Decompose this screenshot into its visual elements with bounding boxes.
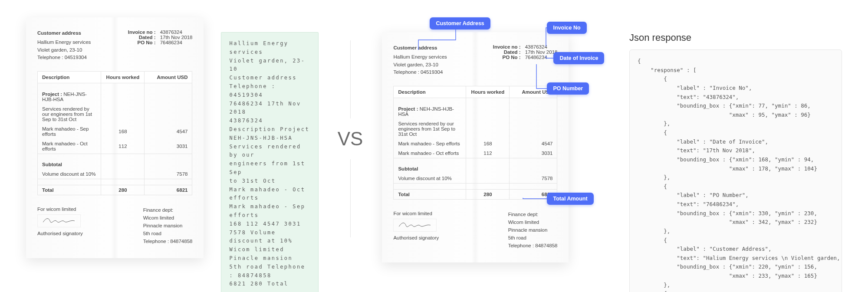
line-hours: 112 <box>466 148 510 158</box>
project-label: Project : <box>42 92 62 97</box>
finance-block: Finance dept: Wicom limited Pinnacle man… <box>508 211 558 249</box>
ocr-text-block: Hallium Energy servicesViolet garden, 23… <box>221 32 318 292</box>
finance-line: 5th road <box>508 234 558 242</box>
for-line: For wicom limited <box>37 207 83 212</box>
finance-line: Pinnacle mansion <box>508 226 558 234</box>
ocr-line: Customer address <box>229 74 310 82</box>
ocr-line: 7578 Volume discount at 10% <box>229 229 310 246</box>
for-line: For wicom limited <box>393 211 439 216</box>
finance-line: 5th road <box>143 230 193 238</box>
customer-line: Telephone : 04519304 <box>393 69 447 76</box>
ocr-line: engineers from 1st Sep <box>229 160 310 177</box>
invoice-no-label: Invoice no : <box>486 44 521 49</box>
total-amount: 6821 <box>145 185 192 195</box>
ocr-line: Hallium Energy services <box>229 39 310 57</box>
total-hours: 280 <box>101 185 145 195</box>
tag-customer-address: Customer Address <box>430 17 490 30</box>
invoice-document-left: Customer address Hallium Energy services… <box>26 17 204 258</box>
dated-label: Dated : <box>121 35 156 40</box>
signatory-block: For wicom limited Authorised signatory <box>393 211 439 249</box>
auth-sig-label: Authorised signatory <box>37 231 83 236</box>
tag-date-of-invoice: Date of Invoice <box>553 52 604 64</box>
po-value: 76486234 <box>160 40 182 45</box>
signatory-block: For wicom limited Authorised signatory <box>37 207 83 245</box>
invoice-no-value: 43876324 <box>160 30 182 35</box>
ocr-line: NEH-JNS-HJB-HSA <box>229 134 310 143</box>
dated-value: 17th Nov 2018 <box>525 49 558 55</box>
invoice-meta-block: Invoice no :43876324 Dated :17th Nov 201… <box>486 44 558 76</box>
invoice-document-right: Customer address Hallium Energy services… <box>382 32 569 262</box>
finance-line: Wicom limited <box>143 214 193 222</box>
discount-amount: 7578 <box>510 174 557 184</box>
dated-label: Dated : <box>486 49 521 55</box>
customer-line: Violet garden, 23-10 <box>37 46 91 54</box>
ocr-line: Wicom limited Pinacle mansion <box>229 246 310 263</box>
ocr-line: 168 112 4547 3031 <box>229 220 310 229</box>
col-hours: Hours worked <box>101 72 145 83</box>
customer-line: Hallium Energy services <box>37 39 91 46</box>
discount-label: Volume discount at 10% <box>38 169 101 179</box>
col-amount: Amount USD <box>145 72 192 83</box>
line-desc: Mark mahadeo - Sep efforts <box>38 124 101 139</box>
json-response-body: { "response" : [ { "label" : "Invoice No… <box>629 49 842 292</box>
line-amount: 4547 <box>510 139 557 148</box>
customer-address-block: Customer address Hallium Energy services… <box>393 44 447 76</box>
customer-address-heading: Customer address <box>37 30 91 37</box>
po-label: PO No : <box>121 40 156 45</box>
customer-address-heading: Customer address <box>393 44 447 52</box>
ocr-line: Mark mahadeo - Sep efforts <box>229 203 310 220</box>
line-amount: 4547 <box>145 124 192 139</box>
po-value: 76486234 <box>525 55 547 60</box>
discount-label: Volume discount at 10% <box>394 174 466 184</box>
services-text: Services rendered by our engineers from … <box>38 104 101 124</box>
customer-line: Hallium Energy services <box>393 53 447 61</box>
ocr-line: 43876324 <box>229 117 310 125</box>
ocr-line: to 31st Oct <box>229 177 310 186</box>
customer-address-block: Customer address Hallium Energy services… <box>37 30 91 62</box>
col-hours: Hours worked <box>466 86 510 98</box>
vs-divider: VS <box>338 17 363 260</box>
auth-sig-label: Authorised signatory <box>393 235 439 240</box>
ocr-line: Violet garden, 23-10 <box>229 57 310 74</box>
finance-line: Telephone : 84874858 <box>143 238 193 246</box>
ocr-line: Services rendered by our <box>229 143 310 160</box>
finance-heading: Finance dept: <box>143 207 193 214</box>
tag-po-number: PO Number <box>547 82 589 95</box>
invoice-no-value: 43876324 <box>525 44 547 49</box>
total-label: Total <box>38 185 101 195</box>
finance-line: Wicom limited <box>508 219 558 226</box>
ocr-line: Mark mahadeo - Oct efforts <box>229 186 310 203</box>
line-desc: Mark mahadeo - Oct efforts <box>38 139 101 154</box>
dated-value: 17th Nov 2018 <box>160 35 193 40</box>
line-hours: 168 <box>466 139 510 148</box>
tag-invoice-no: Invoice No <box>547 22 586 34</box>
divider-line <box>350 40 351 118</box>
line-desc: Mark mahadeo - Sep efforts <box>394 139 466 148</box>
ocr-line: 76486234 17th Nov 2018 <box>229 100 310 117</box>
ocr-line: Telephone : 04519304 <box>229 82 310 100</box>
subtotal-label: Subtotal <box>38 160 101 169</box>
total-label: Total <box>394 190 466 200</box>
customer-line: Violet garden, 23-10 <box>393 61 447 69</box>
line-amount: 3031 <box>145 139 192 154</box>
col-description: Description <box>394 86 466 98</box>
invoice-no-label: Invoice no : <box>121 30 156 35</box>
ocr-line: Description Project <box>229 125 310 134</box>
signature-icon <box>393 219 437 232</box>
json-response-title: Json response <box>629 32 842 43</box>
col-description: Description <box>38 72 101 83</box>
discount-amount: 7578 <box>145 169 192 179</box>
finance-line: Pinnacle mansion <box>143 222 193 230</box>
ocr-line: 5th road Telephone : 84874858 <box>229 263 310 280</box>
project-label: Project : <box>398 106 418 112</box>
total-hours: 280 <box>466 190 510 200</box>
services-text: Services rendered by our engineers from … <box>394 119 466 139</box>
finance-line: Telephone : 84874858 <box>508 242 558 250</box>
invoice-table: Description Hours worked Amount USD Proj… <box>393 86 557 200</box>
subtotal-label: Subtotal <box>394 164 466 174</box>
customer-line: Telephone : 04519304 <box>37 54 91 62</box>
line-hours: 112 <box>101 139 145 154</box>
finance-block: Finance dept: Wicom limited Pinnacle man… <box>143 207 193 245</box>
line-hours: 168 <box>101 124 145 139</box>
invoice-table: Description Hours worked Amount USD Proj… <box>37 71 192 195</box>
